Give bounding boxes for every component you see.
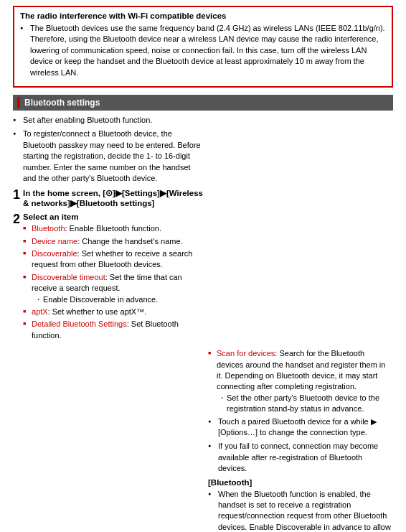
item-bluetooth-label: Bluetooth: [32, 224, 65, 233]
warning-list: The Bluetooth devices use the same frequ…: [20, 23, 386, 78]
intro-bullet-2: To register/connect a Bluetooth device, …: [13, 129, 205, 184]
home-icon: ⊙: [105, 189, 113, 197]
item-detailed-label: Detailed Bluetooth Settings: [32, 319, 127, 328]
item-timeout-label: Discoverable timeout: [32, 273, 105, 281]
right-connection-list: If you fail to connect, connection may b…: [208, 441, 393, 474]
step-2-item-aptx: aptX: Set whether to use aptX™.: [23, 307, 205, 317]
item-devicename-label: Device name: [32, 237, 77, 246]
step-2-label: Select an item: [23, 213, 78, 221]
warning-box: The radio interference with Wi-Fi compat…: [13, 6, 393, 88]
intro-bullet-1: Set after enabling Bluetooth function.: [13, 115, 205, 126]
step-2-list: Bluetooth: Enable Bluetooth function. De…: [23, 223, 205, 341]
step-2-content: Select an item Bluetooth: Enable Bluetoo…: [23, 213, 205, 342]
right-column: Scan for devices: Search for the Bluetoo…: [201, 347, 393, 532]
step-2-item-bluetooth: Bluetooth: Enable Bluetooth function.: [23, 223, 205, 234]
section-header: Bluetooth settings: [13, 95, 393, 111]
item-bluetooth-rest: : Enable Bluetooth function.: [65, 224, 162, 233]
bluetooth-item-1: When the Bluetooth function is enabled, …: [208, 489, 393, 533]
right-touch-list: Touch a paired Bluetooth device for a wh…: [208, 416, 393, 439]
warning-item: The Bluetooth devices use the same frequ…: [20, 23, 386, 78]
left-column: Set after enabling Bluetooth function. T…: [13, 115, 205, 347]
item-discoverable-label: Discoverable: [32, 249, 77, 258]
two-columns: Set after enabling Bluetooth function. T…: [13, 115, 393, 532]
warning-title: The radio interference with Wi-Fi compat…: [20, 11, 386, 20]
item-devicename-rest: : Change the handset's name.: [77, 237, 182, 246]
item-timeout-subdot: Enable Discoverable in advance.: [32, 294, 205, 305]
right-connection-item: If you fail to connect, connection may b…: [208, 441, 393, 474]
bluetooth-header: [Bluetooth]: [208, 478, 393, 487]
step-2-item-detailed: Detailed Bluetooth Settings: Set Bluetoo…: [23, 319, 205, 341]
step-2-number: 2: [13, 213, 20, 225]
section-title: Bluetooth settings: [24, 98, 100, 108]
item-aptx-rest: : Set whether to use aptX™.: [48, 307, 147, 316]
step-2-item-timeout: Discoverable timeout: Set the time that …: [23, 272, 205, 305]
right-scan-item: Scan for devices: Search for the Bluetoo…: [208, 348, 393, 414]
bluetooth-items-list: When the Bluetooth function is enabled, …: [208, 489, 393, 533]
page: The radio interference with Wi-Fi compat…: [0, 0, 406, 532]
step-1-content: In the home screen, [⊙]▶[Settings]▶[Wire…: [23, 188, 205, 208]
right-touch-item: Touch a paired Bluetooth device for a wh…: [208, 416, 393, 439]
step-1-number: 1: [13, 188, 20, 201]
scan-subdot: Set the other party's Bluetooth device t…: [217, 393, 393, 415]
step-2-item-discoverable: Discoverable: Set whether to receive a s…: [23, 248, 205, 271]
step-2-item-devicename: Device name: Change the handset's name.: [23, 236, 205, 247]
right-scan-list: Scan for devices: Search for the Bluetoo…: [208, 348, 393, 414]
scan-label: Scan for devices: [217, 349, 275, 358]
step-1-label: In the home screen, [⊙]▶[Settings]▶[Wire…: [23, 189, 203, 207]
item-aptx-label: aptX: [32, 307, 48, 316]
step-1-block: 1 In the home screen, [⊙]▶[Settings]▶[Wi…: [13, 188, 205, 208]
step-2-block: 2 Select an item Bluetooth: Enable Bluet…: [13, 213, 205, 342]
intro-bullets: Set after enabling Bluetooth function. T…: [13, 115, 205, 184]
